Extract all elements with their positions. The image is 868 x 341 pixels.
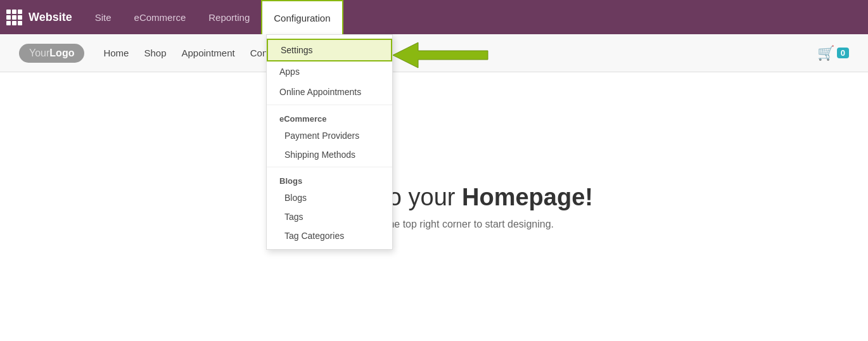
dropdown-shipping-methods[interactable]: Shipping Methods [267,145,392,164]
logo-your: Your [29,48,49,58]
main-content: Welcome to your Homepage! Click on Edit … [0,72,868,341]
welcome-bold: Homepage! [462,184,593,210]
logo: YourLogo [19,44,84,63]
site-nav-shop[interactable]: Shop [144,48,166,58]
dropdown-blogs[interactable]: Blogs [267,188,392,207]
dropdown-blogs-section: Blogs [267,170,392,188]
dropdown-online-appointments[interactable]: Online Appointments [267,82,392,102]
arrow-annotation [393,39,494,74]
sub-normal2: in the top right corner to start designi… [373,219,554,229]
top-nav-bar: Website Site eCommerce Reporting Configu… [0,0,868,34]
cart-area[interactable]: 🛒 0 [817,45,849,61]
dropdown-settings[interactable]: Settings [267,39,392,61]
configuration-dropdown: Settings Apps Online Appointments eComme… [266,34,393,250]
cart-icon: 🛒 [817,45,834,61]
nav-items: Site eCommerce Reporting Configuration [84,0,343,34]
dropdown-ecommerce-section: eCommerce [267,108,392,126]
site-nav-home[interactable]: Home [103,48,129,58]
dropdown-tags[interactable]: Tags [267,207,392,226]
nav-item-configuration[interactable]: Configuration [261,0,343,34]
dropdown-divider-2 [267,167,392,167]
apps-grid-button[interactable] [6,10,22,25]
grid-icon [6,10,22,25]
brand-name: Website [29,11,72,24]
logo-logo: Logo [49,48,74,58]
dropdown-divider-1 [267,105,392,105]
svg-marker-0 [393,42,488,68]
cart-badge: 0 [837,48,849,58]
nav-item-site[interactable]: Site [84,0,123,34]
dropdown-apps[interactable]: Apps [267,61,392,82]
dropdown-tag-categories[interactable]: Tag Categories [267,226,392,245]
site-nav-appointment[interactable]: Appointment [181,48,234,58]
nav-item-ecommerce[interactable]: eCommerce [123,0,198,34]
nav-item-reporting[interactable]: Reporting [197,0,261,34]
dropdown-payment-providers[interactable]: Payment Providers [267,126,392,145]
